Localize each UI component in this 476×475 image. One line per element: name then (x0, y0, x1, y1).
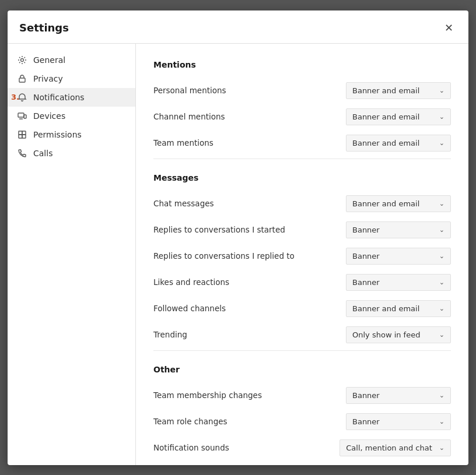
sidebar-item-notifications[interactable]: 3.Notifications (8, 88, 135, 107)
setting-value: Banner and email (352, 199, 419, 208)
svg-rect-6 (19, 135, 22, 138)
section-divider (153, 350, 451, 351)
sidebar-item-label: Privacy (33, 74, 63, 83)
setting-row: Notification soundsCall, mention and cha… (153, 435, 451, 461)
setting-label: Personal mentions (153, 86, 226, 95)
setting-label: Team mentions (153, 138, 214, 147)
modal-title: Settings (19, 22, 69, 34)
chevron-down-icon: ⌄ (439, 305, 444, 312)
setting-row: TrendingOnly show in feed⌄ (153, 322, 451, 348)
setting-row: Chat messagesBanner and email⌄ (153, 191, 451, 217)
modal-overlay: Settings ✕ GeneralPrivacy3.Notifications… (0, 0, 476, 475)
permissions-icon (17, 130, 27, 139)
svg-rect-1 (19, 78, 25, 82)
devices-icon (17, 111, 27, 121)
setting-row: Missed activity emailsOnce every hour⌄ (153, 461, 451, 465)
setting-value: Banner (352, 391, 380, 400)
chevron-down-icon: ⌄ (439, 113, 444, 121)
sidebar-item-privacy[interactable]: Privacy (8, 69, 135, 88)
section-title-mentions: Mentions (153, 60, 451, 69)
chevron-down-icon: ⌄ (439, 392, 444, 399)
setting-row: Team membership changesBanner⌄ (153, 382, 451, 409)
section-divider (153, 159, 451, 159)
svg-rect-2 (18, 113, 24, 117)
setting-value: Banner (352, 252, 380, 261)
privacy-icon (17, 74, 27, 83)
setting-select[interactable]: Banner and email⌄ (346, 300, 451, 317)
chevron-down-icon: ⌄ (439, 331, 444, 339)
setting-value: Only show in feed (352, 330, 420, 339)
chevron-down-icon: ⌄ (439, 139, 444, 147)
setting-label: Notification sounds (153, 443, 229, 452)
setting-label: Team membership changes (153, 390, 262, 400)
chevron-down-icon: ⌄ (439, 200, 444, 207)
section-title-other: Other (153, 365, 451, 374)
sidebar-item-label: General (33, 55, 65, 65)
chevron-down-icon: ⌄ (439, 418, 444, 425)
setting-select[interactable]: Banner⌄ (346, 387, 451, 404)
chevron-down-icon: ⌄ (439, 252, 444, 260)
content-area: MentionsPersonal mentionsBanner and emai… (136, 44, 468, 465)
sidebar-item-label: Permissions (33, 130, 82, 139)
setting-value: Banner and email (352, 139, 419, 147)
modal-header: Settings ✕ (8, 10, 468, 44)
setting-select[interactable]: Call, mention and chat⌄ (340, 439, 451, 456)
sidebar-item-label: Devices (33, 111, 65, 121)
setting-row: Personal mentionsBanner and email⌄ (153, 78, 451, 104)
setting-row: Replies to conversations I startedBanner… (153, 217, 451, 243)
setting-value: Banner (352, 226, 380, 234)
setting-select[interactable]: Banner and email⌄ (346, 195, 451, 212)
setting-row: Channel mentionsBanner and email⌄ (153, 104, 451, 130)
sidebar-item-permissions[interactable]: Permissions (8, 125, 135, 144)
chevron-down-icon: ⌄ (439, 87, 444, 94)
svg-rect-5 (22, 131, 26, 135)
setting-label: Followed channels (153, 304, 226, 313)
chevron-down-icon: ⌄ (439, 226, 444, 234)
settings-modal: Settings ✕ GeneralPrivacy3.Notifications… (8, 10, 468, 465)
setting-value: Banner and email (352, 86, 419, 95)
setting-value: Banner (352, 417, 380, 426)
setting-value: Banner and email (352, 112, 419, 121)
setting-label: Replies to conversations I replied to (153, 251, 295, 261)
sidebar-item-label: Notifications (33, 93, 85, 102)
setting-select[interactable]: Banner⌄ (346, 274, 451, 291)
setting-value: Banner (352, 278, 380, 287)
setting-select[interactable]: Banner⌄ (346, 221, 451, 238)
setting-value: Banner and email (352, 304, 419, 313)
setting-select[interactable]: Banner and email⌄ (346, 82, 451, 99)
setting-label: Likes and reactions (153, 277, 229, 287)
svg-point-0 (21, 58, 24, 61)
sidebar-number: 3. (8, 93, 19, 101)
svg-rect-7 (22, 135, 26, 138)
setting-select[interactable]: Banner and email⌄ (346, 135, 451, 152)
setting-row: Team mentionsBanner and email⌄ (153, 130, 451, 156)
sidebar-item-calls[interactable]: Calls (8, 144, 135, 163)
sidebar-item-general[interactable]: General (8, 51, 135, 69)
section-title-messages: Messages (153, 173, 451, 182)
setting-label: Trending (153, 330, 187, 339)
setting-row: Team role changesBanner⌄ (153, 409, 451, 435)
sidebar: GeneralPrivacy3.NotificationsDevicesPerm… (8, 44, 136, 465)
setting-label: Chat messages (153, 199, 214, 208)
setting-select[interactable]: Banner and email⌄ (346, 108, 451, 125)
chevron-down-icon: ⌄ (439, 444, 444, 452)
setting-select[interactable]: Banner⌄ (346, 248, 451, 265)
setting-row: Followed channelsBanner and email⌄ (153, 295, 451, 322)
sidebar-item-devices[interactable]: Devices (8, 107, 135, 125)
general-icon (17, 55, 27, 65)
sidebar-item-label: Calls (33, 149, 52, 158)
chevron-down-icon: ⌄ (439, 279, 444, 286)
svg-rect-3 (24, 115, 26, 118)
calls-icon (17, 149, 27, 158)
svg-rect-4 (19, 131, 22, 135)
close-button[interactable]: ✕ (440, 20, 457, 36)
setting-label: Replies to conversations I started (153, 225, 285, 234)
setting-row: Replies to conversations I replied toBan… (153, 243, 451, 269)
setting-value: Call, mention and chat (346, 444, 432, 452)
modal-body: GeneralPrivacy3.NotificationsDevicesPerm… (8, 44, 468, 465)
setting-label: Team role changes (153, 417, 228, 426)
setting-row: Likes and reactionsBanner⌄ (153, 269, 451, 295)
setting-select[interactable]: Only show in feed⌄ (346, 326, 451, 343)
setting-label: Channel mentions (153, 112, 225, 121)
setting-select[interactable]: Banner⌄ (346, 413, 451, 430)
